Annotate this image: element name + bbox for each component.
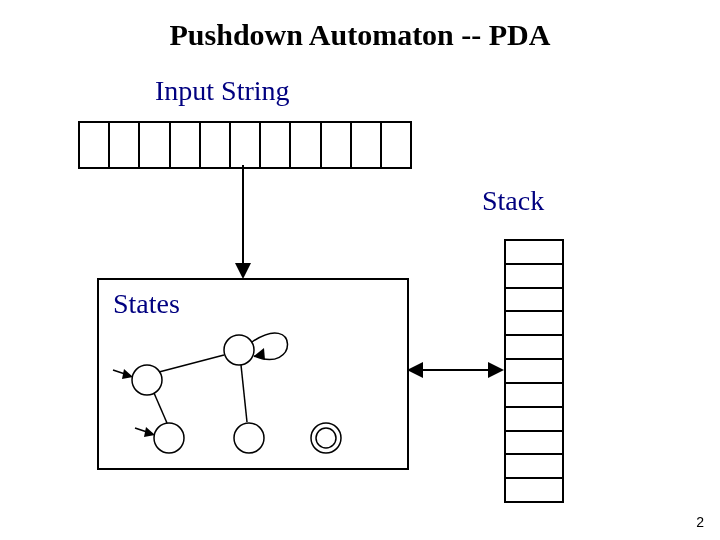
- svg-marker-10: [122, 369, 133, 379]
- stack-cell: [506, 432, 562, 456]
- svg-point-4: [154, 423, 184, 453]
- states-box: States: [97, 278, 409, 470]
- input-tape: [78, 121, 412, 169]
- stack-cell: [506, 336, 562, 360]
- stack-cell: [506, 455, 562, 479]
- input-tape-cell: [80, 123, 110, 167]
- input-tape-cell: [110, 123, 140, 167]
- stack-cell: [506, 384, 562, 408]
- input-tape-cell: [352, 123, 382, 167]
- svg-line-15: [241, 365, 247, 422]
- input-tape-cell: [382, 123, 410, 167]
- stack-cell: [506, 360, 562, 384]
- svg-point-5: [234, 423, 264, 453]
- svg-marker-17: [407, 362, 423, 378]
- stack-cell: [506, 312, 562, 336]
- stack-container: [504, 239, 564, 503]
- state-machine-icon: [99, 280, 407, 468]
- svg-marker-18: [488, 362, 504, 378]
- stack-cell: [506, 241, 562, 265]
- svg-line-13: [159, 355, 224, 372]
- stack-label: Stack: [482, 185, 544, 217]
- input-tape-cell: [231, 123, 261, 167]
- input-tape-cell: [171, 123, 201, 167]
- svg-marker-12: [144, 427, 155, 437]
- stack-cell: [506, 479, 562, 501]
- page-number: 2: [696, 514, 704, 530]
- svg-line-14: [154, 393, 167, 423]
- input-tape-cell: [291, 123, 321, 167]
- tape-to-states-arrow: [228, 165, 258, 281]
- input-tape-cell: [261, 123, 291, 167]
- input-tape-cell: [322, 123, 352, 167]
- stack-cell: [506, 408, 562, 432]
- states-to-stack-arrow: [407, 358, 504, 382]
- input-tape-cell: [201, 123, 231, 167]
- svg-marker-1: [235, 263, 251, 279]
- stack-cell: [506, 289, 562, 313]
- stack-cell: [506, 265, 562, 289]
- page-title: Pushdown Automaton -- PDA: [0, 18, 720, 52]
- svg-point-2: [132, 365, 162, 395]
- input-string-label: Input String: [155, 75, 290, 107]
- input-tape-cell: [140, 123, 170, 167]
- svg-point-3: [224, 335, 254, 365]
